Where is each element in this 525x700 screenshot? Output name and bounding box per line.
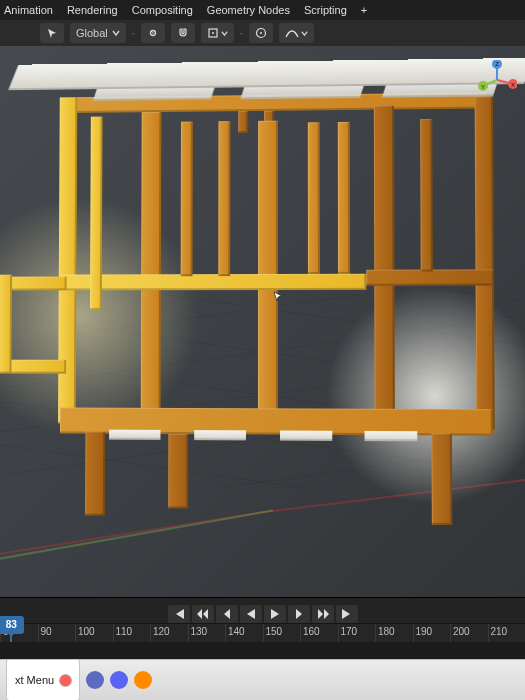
timeline-editor: 8090100110120130140150160170180190200210…	[0, 597, 525, 660]
taskbar-app-icon[interactable]	[86, 671, 104, 689]
timeline-tick: 90	[38, 624, 52, 642]
separator: ·	[240, 27, 243, 39]
gizmo-x-label: X	[511, 82, 515, 88]
timeline-tick: 200	[450, 624, 470, 642]
context-menu-button[interactable]: xt Menu	[6, 659, 80, 700]
snap-target-dropdown[interactable]	[201, 23, 234, 43]
os-taskbar: xt Menu	[0, 659, 525, 700]
axis-y-line	[0, 510, 273, 598]
workspace-tabs: Animation Rendering Compositing Geometry…	[0, 0, 525, 20]
workspace-tab-rendering[interactable]: Rendering	[67, 4, 118, 16]
blender-window: Animation Rendering Compositing Geometry…	[0, 0, 525, 660]
prev-keyframe-button[interactable]	[192, 605, 214, 623]
nav-gizmo[interactable]: X Y Z	[477, 60, 517, 100]
proportional-falloff-dropdown[interactable]	[279, 23, 314, 43]
gizmo-y-label: Y	[481, 84, 485, 90]
viewport-header: Global · ·	[0, 20, 525, 47]
workspace-tab-animation[interactable]: Animation	[4, 4, 53, 16]
timeline-tick: 100	[75, 624, 95, 642]
svg-point-5	[260, 32, 262, 34]
wood-frame-model[interactable]	[30, 58, 519, 501]
next-keyframe-button[interactable]	[312, 605, 334, 623]
jump-start-button[interactable]	[168, 605, 190, 623]
timeline-tick: 130	[188, 624, 208, 642]
gizmo-z-label: Z	[495, 61, 499, 67]
svg-point-3	[212, 32, 214, 34]
timeline-tick: 120	[150, 624, 170, 642]
taskbar-blender-icon[interactable]	[134, 671, 152, 689]
cursor-icon[interactable]	[40, 23, 64, 43]
timeline-tick: 140	[225, 624, 245, 642]
chevron-down-icon	[301, 30, 308, 37]
orientation-dropdown[interactable]: Global	[70, 23, 126, 43]
timeline-tick: 150	[263, 624, 283, 642]
magnet-icon	[177, 27, 189, 39]
play-button[interactable]	[264, 605, 286, 623]
timeline-tick: 160	[300, 624, 320, 642]
chevron-down-icon	[112, 29, 120, 37]
timeline-tick: 110	[113, 624, 133, 642]
3d-viewport[interactable]: X Y Z	[0, 46, 525, 598]
timeline-tick: 170	[338, 624, 358, 642]
timeline-ruler[interactable]: 8090100110120130140150160170180190200210…	[0, 623, 525, 642]
timeline-tracks[interactable]	[0, 642, 525, 660]
axis-x-line	[0, 510, 273, 598]
play-reverse-button[interactable]	[240, 605, 262, 623]
timeline-tick: 180	[375, 624, 395, 642]
close-icon	[60, 675, 71, 686]
playhead[interactable]: 83	[0, 616, 24, 634]
timeline-tick: 190	[413, 624, 433, 642]
workspace-tab-compositing[interactable]: Compositing	[132, 4, 193, 16]
workspace-tab-geometry-nodes[interactable]: Geometry Nodes	[207, 4, 290, 16]
transport-controls	[0, 604, 525, 624]
proportional-edit-icon	[255, 27, 267, 39]
proportional-edit-toggle[interactable]	[249, 23, 273, 43]
taskbar-discord-icon[interactable]	[110, 671, 128, 689]
workspace-tab-scripting[interactable]: Scripting	[304, 4, 347, 16]
timeline-tick: 210	[488, 624, 508, 642]
step-back-button[interactable]	[216, 605, 238, 623]
context-menu-label: xt Menu	[15, 674, 54, 686]
svg-point-1	[152, 32, 154, 34]
pivot-icon[interactable]	[141, 23, 165, 43]
orientation-label: Global	[76, 27, 108, 39]
jump-end-button[interactable]	[336, 605, 358, 623]
workspace-tab-add[interactable]: +	[361, 4, 367, 16]
separator: ·	[132, 27, 135, 39]
snap-toggle[interactable]	[171, 23, 195, 43]
step-forward-button[interactable]	[288, 605, 310, 623]
chevron-down-icon	[221, 30, 228, 37]
